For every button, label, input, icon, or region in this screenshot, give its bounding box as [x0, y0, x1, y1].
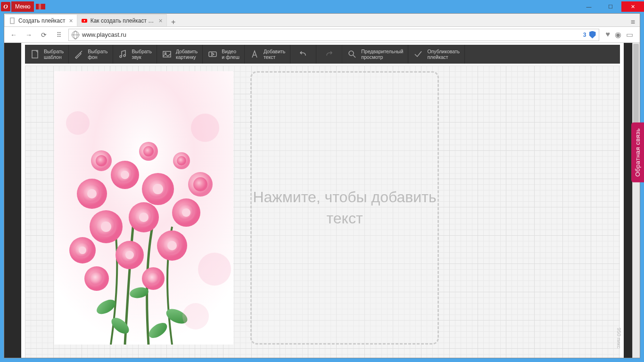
svg-point-8 — [349, 51, 354, 56]
apps-button[interactable]: ⠿ — [53, 29, 65, 41]
text-placeholder-label: Нажмите, чтобы добавить текст — [252, 187, 438, 229]
right-gutter — [624, 43, 640, 358]
tb-sound[interactable]: Выбратьзвук — [113, 45, 157, 64]
maximize-button[interactable]: ☐ — [600, 1, 621, 12]
svg-point-49 — [177, 156, 186, 165]
tb-text[interactable]: Добавитьтекст — [245, 45, 290, 64]
tb-preview[interactable]: Предварительныйпросмотр — [342, 45, 408, 64]
url-input[interactable] — [82, 31, 580, 38]
tab-create-playcast[interactable]: Создать плейкаст × — [5, 14, 77, 26]
svg-point-17 — [87, 189, 97, 198]
globe-icon — [72, 31, 79, 39]
opera-logo-icon[interactable]: O — [1, 2, 10, 11]
canvas-area: Нажмите, чтобы добавить текст 950 пикс — [25, 66, 620, 358]
download-icon[interactable]: ◉ — [615, 30, 621, 39]
svg-point-57 — [182, 303, 209, 329]
tb-label: текст — [264, 54, 285, 60]
tb-label: картинку — [176, 54, 198, 60]
tab-youtube[interactable]: Как создать плейкаст - Yo × — [77, 14, 167, 26]
back-button[interactable]: ← — [8, 29, 19, 41]
address-right-icons: 3 — [583, 31, 596, 39]
svg-point-47 — [143, 146, 154, 156]
tb-label: просмотр — [361, 54, 403, 60]
tab-label: Создать плейкаст — [18, 17, 66, 24]
shield-icon[interactable] — [589, 31, 596, 39]
page-content: Выбратьшаблон Выбратьфон Выбратьзвук — [4, 43, 640, 358]
svg-point-41 — [167, 241, 177, 250]
tb-label: Выбрать — [88, 49, 107, 54]
svg-point-29 — [101, 222, 111, 232]
editor-page: Выбратьшаблон Выбратьфон Выбратьзвук — [21, 43, 624, 358]
template-icon — [30, 49, 40, 59]
window-controls: — ☐ ✕ — [578, 1, 644, 12]
video-icon — [207, 49, 218, 59]
svg-point-4 — [124, 55, 125, 57]
blocker-count: 3 — [583, 32, 586, 38]
tb-label: плейкаст — [427, 54, 460, 60]
tb-label: Добавить — [264, 49, 285, 54]
tb-publish[interactable]: Опубликоватьплейкаст — [408, 45, 465, 64]
canvas-grid[interactable]: Нажмите, чтобы добавить текст 950 пикс — [25, 66, 620, 358]
tb-label: Опубликовать — [427, 49, 460, 54]
tab-menu-button[interactable]: ≡ — [626, 18, 640, 26]
brush-icon — [74, 49, 84, 59]
tb-image[interactable]: Добавитькартинку — [157, 45, 203, 64]
feedback-tab[interactable]: Обратная связь — [631, 123, 644, 182]
inserted-image[interactable] — [54, 71, 233, 345]
tb-label: Предварительный — [361, 49, 403, 54]
tab-close-icon[interactable]: × — [158, 17, 164, 25]
svg-point-32 — [139, 213, 149, 222]
canvas-size-label: 950 пикс — [616, 328, 622, 348]
battery-icon[interactable]: ▭ — [626, 30, 633, 39]
tabs-bar: Создать плейкаст × Как создать плейкаст … — [4, 14, 640, 27]
forward-button[interactable]: → — [23, 29, 34, 41]
opera-window: O Меню — ☐ ✕ Создать плейкаст × Ка — [0, 0, 644, 362]
svg-point-23 — [153, 184, 163, 194]
text-placeholder-zone[interactable]: Нажмите, чтобы добавить текст — [250, 71, 439, 345]
file-icon — [9, 17, 16, 24]
svg-point-45 — [96, 155, 107, 166]
left-gutter — [4, 43, 21, 358]
tb-template[interactable]: Выбратьшаблон — [25, 45, 69, 64]
close-button[interactable]: ✕ — [621, 1, 644, 12]
flag-icon — [36, 4, 45, 9]
music-icon — [118, 49, 128, 59]
extension-icons: ♥ ◉ ▭ — [603, 30, 636, 39]
svg-point-26 — [182, 208, 190, 217]
youtube-icon — [81, 17, 88, 24]
tb-redo[interactable] — [316, 45, 342, 64]
tb-background[interactable]: Выбратьфон — [69, 45, 113, 64]
tb-label: фон — [88, 54, 107, 60]
tab-close-icon[interactable]: × — [68, 17, 74, 25]
text-icon — [249, 49, 260, 59]
svg-point-43 — [193, 177, 207, 191]
svg-rect-5 — [163, 51, 171, 57]
reload-button[interactable]: ⟳ — [38, 29, 50, 41]
menu-button[interactable]: Меню — [11, 1, 34, 12]
window-titlebar: O Меню — ☐ ✕ — [0, 0, 644, 13]
tb-label: шаблон — [44, 54, 64, 60]
minimize-button[interactable]: — — [578, 1, 600, 12]
svg-point-38 — [125, 251, 134, 259]
undo-icon — [298, 49, 308, 59]
redo-icon — [324, 49, 334, 59]
image-icon — [162, 49, 172, 59]
heart-icon[interactable]: ♥ — [606, 30, 611, 39]
tb-label: Выбрать — [44, 49, 64, 54]
tb-label: звук — [132, 54, 152, 60]
tab-label: Как создать плейкаст - Yo — [91, 17, 155, 24]
svg-point-53 — [147, 272, 160, 285]
svg-point-56 — [198, 253, 231, 286]
tb-label: Выбрать — [132, 49, 152, 54]
scrollbar[interactable] — [632, 43, 640, 358]
svg-point-20 — [121, 171, 129, 179]
svg-point-54 — [191, 114, 219, 142]
tb-undo[interactable] — [290, 45, 316, 64]
address-bar[interactable]: 3 — [68, 29, 599, 41]
tb-video[interactable]: Видеои флеш — [203, 45, 245, 64]
titlebar-left: O Меню — [0, 1, 45, 12]
svg-rect-7 — [209, 52, 216, 57]
new-tab-button[interactable]: + — [167, 18, 180, 26]
editor-toolbar: Выбратьшаблон Выбратьфон Выбратьзвук — [25, 45, 620, 64]
svg-point-55 — [66, 111, 90, 135]
